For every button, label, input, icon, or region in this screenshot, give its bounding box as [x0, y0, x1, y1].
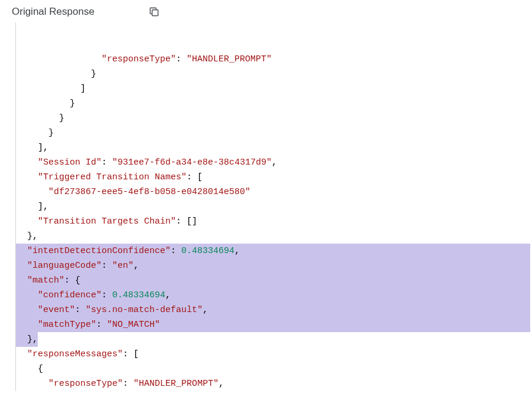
code-line: }, [17, 231, 38, 241]
json-code-block[interactable]: "responseType": "HANDLER_PROMPT" } ] } }… [0, 22, 532, 391]
code-line: "responseMessages": [ [17, 349, 139, 359]
code-line: "responseType": "HANDLER_PROMPT", [17, 379, 224, 389]
highlighted-line: "matchType": "NO_MATCH" [15, 317, 530, 332]
highlighted-line: "match": { [15, 273, 530, 288]
svg-rect-0 [152, 10, 158, 16]
code-line: } [17, 69, 96, 79]
code-line: ] [17, 84, 86, 94]
panel-title: Original Response [12, 6, 94, 18]
code-border [15, 22, 16, 391]
copy-icon[interactable] [148, 6, 160, 18]
highlighted-line: "confidence": 0.48334694, [15, 288, 530, 303]
code-line: } [17, 99, 75, 109]
code-line: "Triggered Transition Names": [ [17, 172, 203, 182]
code-line: "responseType": "HANDLER_PROMPT" [17, 54, 272, 64]
code-line: ], [17, 202, 48, 212]
highlighted-line: "intentDetectionConfidence": 0.48334694, [15, 244, 530, 258]
highlighted-line: "languageCode": "en", [15, 258, 530, 273]
code-line: { [17, 364, 43, 374]
code-line: } [17, 113, 64, 123]
code-line: } [17, 128, 54, 138]
code-line: "Transition Targets Chain": [] [17, 216, 197, 227]
code-line: "df273867-eee5-4ef8-b058-e0428014e580" [17, 187, 250, 197]
panel-header: Original Response [0, 0, 532, 22]
highlighted-line: "event": "sys.no-match-default", [15, 303, 530, 317]
code-line: ], [17, 143, 48, 153]
code-line: "Session Id": "931ee7-f6d-a34-e8e-38c431… [17, 158, 277, 168]
highlighted-line: }, [15, 332, 38, 347]
